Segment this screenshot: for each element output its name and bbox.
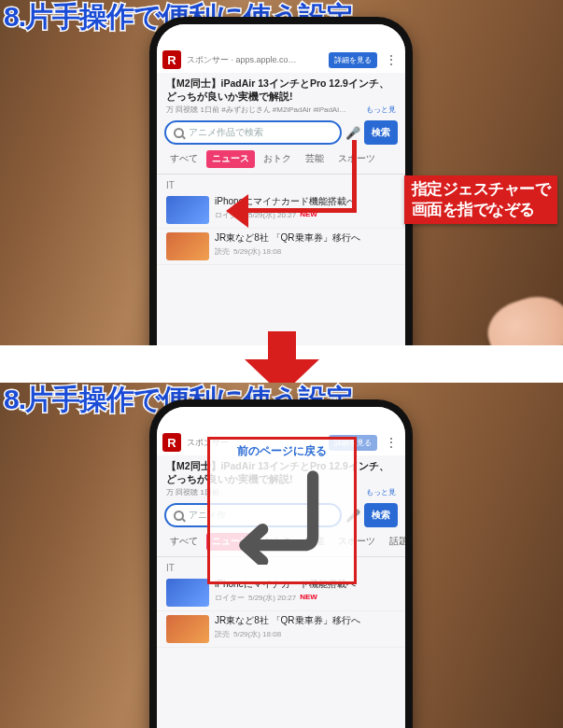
item-thumb [166,232,209,260]
menu-icon[interactable]: ⋮ [383,52,400,67]
gesture-feedback-overlay: 前のページに戻る [207,437,357,584]
search-icon [174,511,184,521]
gesture-action-label: 前のページに戻る [210,443,354,459]
menu-icon[interactable]: ⋮ [383,435,400,450]
item-meta: 読売 5/29(水) 18:08 [215,246,396,257]
tab-sports[interactable]: スポーツ [332,150,381,168]
status-bar [157,24,405,47]
search-input[interactable]: アニメ作品で検索 [164,120,342,145]
gesture-trace-icon [229,468,335,565]
app-header: R スポンサー · apps.apple.co… 詳細を見る ⋮ [157,47,405,73]
item-thumb [166,196,209,224]
tutorial-panel-after: 8.片手操作で便利に使う設定 R スポンサー 詳細を見る ⋮ 【M2同士】iPa… [0,383,563,728]
item-title: iPhoneにマイナカード機能搭載へ [215,196,396,208]
video-headline: 【M2同士】iPadAir 13インチとPro 12.9インチ、どっちが良いか実… [164,73,398,105]
more-link[interactable]: もっと見 [366,105,396,115]
list-item[interactable]: JR東など8社 「QR乗車券」移行へ 読売 5/29(水) 18:08 [157,229,405,265]
search-button[interactable]: 検索 [364,120,398,145]
tab-wadai[interactable]: 話題 [384,533,405,551]
item-thumb [166,579,209,607]
search-placeholder: アニメ作品で検索 [189,126,263,139]
category-tabs: すべて ニュース おトク 芸能 スポーツ [157,148,405,175]
tutorial-panel-before: 8.片手操作で便利に使う設定 R スポンサー · apps.apple.co… … [0,0,563,345]
item-meta: ロイター 5/29(水) 20:27 NEW [215,210,396,220]
search-row: アニメ作品で検索 🎤 検索 [164,120,398,145]
item-meta: ロイター 5/29(水) 20:27 NEW [215,593,396,603]
tab-geino[interactable]: 芸能 [300,150,330,168]
transition-area [0,345,563,383]
item-thumb [166,615,209,643]
status-bar [157,407,405,429]
video-card[interactable]: 【M2同士】iPadAir 13インチとPro 12.9インチ、どっちが良いか実… [164,73,398,119]
mic-icon[interactable]: 🎤 [345,126,360,140]
list-item[interactable]: JR東など8社 「QR乗車券」移行へ 読売 5/29(水) 18:08 [157,611,405,648]
list-item[interactable]: iPhoneにマイナカード機能搭載へ ロイター 5/29(水) 20:27 NE… [157,192,405,229]
sponsor-label: スポンサー · apps.apple.co… [187,54,323,66]
item-meta: 読売 5/29(水) 18:08 [215,629,396,639]
rakuten-logo: R [162,433,181,452]
annotation-callout: 指定ジェスチャーで 画面を指でなぞる [404,175,558,224]
search-icon [174,128,184,138]
more-link[interactable]: もっと見 [366,487,396,497]
rakuten-logo: R [162,50,181,69]
tab-news[interactable]: ニュース [206,150,255,168]
tab-all[interactable]: すべて [164,533,204,551]
item-title: JR東など8社 「QR乗車券」移行へ [215,232,396,245]
tab-all[interactable]: すべて [164,150,204,168]
tab-otoku[interactable]: おトク [258,150,297,168]
search-button[interactable]: 検索 [364,503,398,527]
detail-button[interactable]: 詳細を見る [329,52,377,68]
section-label: IT [157,175,405,192]
video-meta: 万 回視聴 1日前 #みずおじさん #M2iPadAir #iPadAi… もっ… [164,105,398,119]
item-title: JR東など8社 「QR乗車券」移行へ [215,615,396,627]
